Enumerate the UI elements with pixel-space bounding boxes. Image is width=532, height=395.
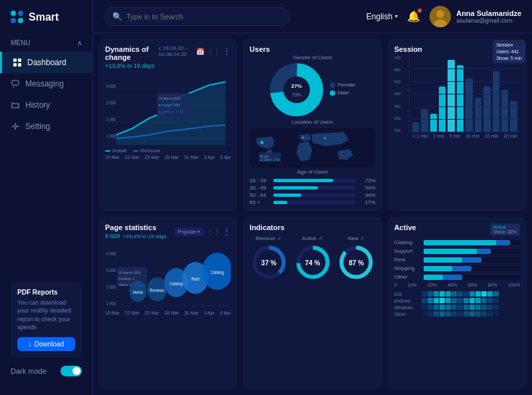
session-bar bbox=[483, 86, 490, 132]
calendar-icon[interactable]: 📅 bbox=[196, 48, 204, 55]
session-bar bbox=[412, 122, 419, 132]
age-title: Age of Users bbox=[249, 169, 375, 175]
age-row-4: 65 + 17% bbox=[249, 199, 375, 205]
filter-icon[interactable]: ⋮⋮ bbox=[207, 48, 220, 55]
sidebar-item-messaging[interactable]: Messaging bbox=[0, 73, 92, 94]
sidebar-item-label: Dashboard bbox=[27, 58, 66, 67]
dashboard: Dynamics of change +13,8% in 19 days c 1… bbox=[93, 33, 532, 395]
active-row-other: Other bbox=[394, 274, 520, 280]
header: 🔍 English ▾ 🔔 bbox=[93, 0, 532, 33]
svg-text:4 000: 4 000 bbox=[106, 83, 116, 88]
svg-text:Reviews: Reviews bbox=[150, 287, 164, 293]
svg-text:Rent: Rent bbox=[192, 276, 200, 281]
dark-mode-toggle[interactable] bbox=[61, 366, 82, 376]
male-dot bbox=[330, 90, 335, 96]
svg-text:4 000: 4 000 bbox=[106, 251, 116, 256]
remove-legend: Remove bbox=[133, 148, 160, 154]
logo-dot-3 bbox=[11, 18, 16, 23]
sidebar-item-setting[interactable]: Setting bbox=[0, 116, 92, 137]
session-bar bbox=[421, 109, 428, 132]
download-button[interactable]: ↓ Download bbox=[17, 337, 75, 351]
session-bars-area bbox=[409, 56, 520, 132]
session-panel: Session Session Users: 441 Show: 5 min 7… bbox=[388, 39, 527, 211]
svg-text:73%: 73% bbox=[292, 92, 301, 97]
session-bar bbox=[439, 86, 446, 132]
female-dot bbox=[330, 82, 335, 88]
heatmap-row-android: Android bbox=[394, 298, 520, 303]
dark-mode-label: Dark mode bbox=[11, 367, 47, 375]
svg-rect-3 bbox=[18, 63, 21, 66]
filter-icon[interactable]: ⋮⋮ bbox=[207, 228, 220, 235]
page-stats-number: 8 689 bbox=[105, 233, 120, 239]
svg-text:2 000: 2 000 bbox=[106, 284, 116, 289]
heatmap-row-other: Other bbox=[394, 311, 520, 317]
svg-text:27%: 27% bbox=[291, 83, 302, 89]
pie-chart: 27% 73% bbox=[270, 63, 323, 116]
svg-text:20 March 2020: 20 March 2020 bbox=[119, 271, 141, 275]
indicators-panel: Indicators Remove ✓ 37 % bbox=[243, 217, 382, 390]
remove-value: 37 % bbox=[261, 259, 277, 266]
session-bar bbox=[466, 78, 472, 132]
svg-text:3 000: 3 000 bbox=[106, 100, 116, 105]
active-value: 74 % bbox=[305, 259, 321, 266]
svg-text:Ranking: 2: Ranking: 2 bbox=[119, 277, 135, 281]
menu-label: Menu ∧ bbox=[0, 34, 92, 52]
logo: Smart bbox=[0, 11, 92, 34]
indicator-active: Active ✓ 74 % bbox=[293, 235, 332, 281]
grid-icon bbox=[13, 58, 22, 67]
dynamics-panel: Dynamics of change +13,8% in 19 days c 1… bbox=[98, 39, 237, 211]
folder-icon bbox=[11, 100, 20, 110]
svg-text:Catalog: Catalog bbox=[211, 269, 224, 275]
install-legend: Install bbox=[105, 148, 126, 154]
notification-bell[interactable]: 🔔 bbox=[407, 10, 420, 23]
users-title: Users bbox=[249, 45, 375, 53]
active-row-rent: Rent bbox=[394, 257, 520, 263]
svg-text:Catalog: Catalog bbox=[170, 281, 183, 287]
more-icon[interactable]: ⋮ bbox=[223, 227, 231, 236]
chevron-down-icon: ▾ bbox=[198, 229, 200, 234]
avatar bbox=[430, 6, 451, 27]
dynamics-title: Dynamics of change bbox=[105, 45, 159, 61]
chevron-down-icon: ▾ bbox=[395, 13, 398, 19]
bubble-chart: 4 000 3 000 2 000 1 000 20 March 2020 Ra… bbox=[105, 239, 231, 309]
age-stats: 18 - 29 73% 30 - 49 54% 50 - 64 34% bbox=[249, 178, 375, 205]
search-box[interactable]: 🔍 bbox=[104, 7, 290, 26]
svg-text:● Install: 2 463: ● Install: 2 463 bbox=[159, 103, 180, 108]
indicators-row: Remove ✓ 37 % bbox=[249, 235, 375, 281]
check-icon: ✓ bbox=[277, 235, 282, 241]
user-profile: Anna Sulamanidze asulama@gmail.com bbox=[430, 6, 521, 27]
language-label: English bbox=[366, 12, 392, 21]
download-icon: ↓ bbox=[29, 340, 32, 348]
age-row-1: 18 - 29 73% bbox=[249, 178, 375, 184]
pdf-reports-title: PDF Reports bbox=[17, 289, 75, 296]
pie-chart-container: 27% 73% Female Male bbox=[249, 63, 375, 116]
indicator-new: New ✓ 87 % bbox=[337, 235, 376, 281]
logo-dot-1 bbox=[11, 11, 16, 16]
sidebar-item-history[interactable]: History bbox=[0, 94, 92, 116]
users-panel: Users Gender of Users 27% 73% bbox=[243, 39, 382, 211]
search-icon: 🔍 bbox=[112, 12, 122, 21]
page-stats-panel: Page statistics 8 689 +24,4% in 19 days … bbox=[98, 217, 237, 390]
logo-dot-2 bbox=[18, 11, 23, 16]
language-selector[interactable]: English ▾ bbox=[366, 12, 398, 21]
gear-icon bbox=[11, 122, 20, 131]
sidebar-item-dashboard[interactable]: Dashboard bbox=[0, 52, 92, 73]
pdf-reports-box: PDF Reports You can download your mothly… bbox=[11, 282, 82, 358]
sidebar: Smart Menu ∧ Dashboard bbox=[0, 0, 93, 395]
svg-point-7 bbox=[436, 10, 444, 18]
indicators-title: Indicators bbox=[249, 223, 375, 231]
dark-mode-row: Dark mode bbox=[11, 366, 82, 376]
more-icon[interactable]: ⋮ bbox=[223, 47, 231, 56]
search-input[interactable] bbox=[126, 13, 281, 21]
sidebar-item-label: Setting bbox=[25, 122, 50, 131]
male-legend: Male bbox=[330, 90, 356, 96]
app-name: Smart bbox=[29, 11, 59, 23]
popular-filter[interactable]: Popular ▾ bbox=[174, 227, 205, 236]
logo-dot-4 bbox=[18, 18, 23, 23]
sidebar-item-label: Messaging bbox=[25, 79, 64, 88]
logo-icon bbox=[11, 11, 23, 23]
svg-rect-0 bbox=[13, 59, 17, 62]
svg-point-49 bbox=[302, 136, 305, 139]
dynamics-x-axis: 19 Mar 22 Mar 25 Mar 28 Mar 31 Mar 3 Apr… bbox=[105, 155, 231, 160]
location-title: Location of Users bbox=[249, 119, 375, 125]
